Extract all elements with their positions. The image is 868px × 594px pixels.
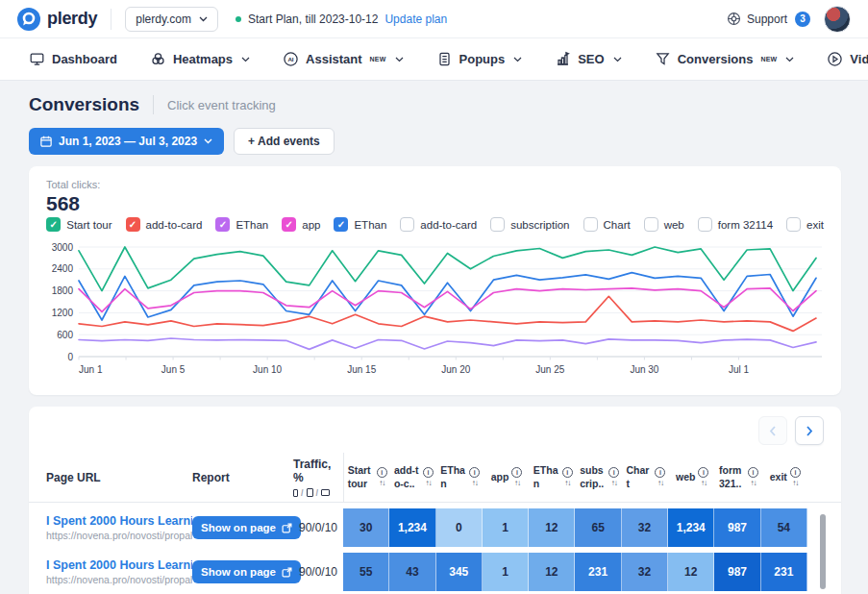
legend-checkbox-unchecked[interactable] — [490, 217, 505, 232]
legend-label: EThan — [236, 219, 268, 231]
calendar-icon — [40, 136, 52, 147]
nav-item-video[interactable]: Video — [827, 51, 868, 67]
legend-item-chart[interactable]: Chart — [583, 217, 631, 232]
event-column-label: Chart — [626, 464, 652, 489]
sort-icon[interactable]: ↑↓ — [792, 479, 798, 487]
legend-item-subscription[interactable]: subscription — [490, 217, 569, 232]
legend-item-ethan[interactable]: ✓EThan — [215, 217, 268, 232]
total-clicks-label: Total clicks: — [46, 179, 824, 190]
pagination-next-button[interactable] — [795, 416, 824, 445]
event-column-header-7[interactable]: webi↑↓ — [669, 453, 715, 502]
event-column-label: subscrip.. — [580, 464, 606, 489]
legend-item-web[interactable]: web — [644, 217, 684, 232]
sort-icon[interactable]: ↑↓ — [657, 479, 663, 487]
event-column-header-4[interactable]: EThani↑↓ — [530, 453, 576, 502]
event-column-label: exit — [770, 471, 787, 483]
add-events-button[interactable]: + Add events — [234, 128, 335, 155]
nav-item-heatmaps[interactable]: Heatmaps — [150, 51, 250, 67]
traffic-value: 90/0/10 — [293, 508, 343, 547]
svg-text:Jun 20: Jun 20 — [441, 364, 470, 375]
legend-checkbox-checked[interactable]: ✓ — [282, 217, 296, 232]
event-count-cell: 345 — [436, 553, 483, 591]
avatar[interactable] — [824, 6, 851, 33]
legend-checkbox-unchecked[interactable] — [400, 217, 414, 232]
event-column-header-2[interactable]: EThani↑↓ — [437, 453, 484, 502]
seo-icon — [555, 51, 571, 67]
table-scrollbar[interactable] — [820, 514, 826, 589]
sort-icon[interactable]: ↑↓ — [425, 479, 431, 487]
show-on-page-button[interactable]: Show on page — [192, 560, 301, 583]
legend-item-app[interactable]: ✓app — [282, 217, 320, 232]
column-header-report: Report — [192, 453, 293, 502]
event-column-header-0[interactable]: Start touri↑↓ — [344, 453, 390, 502]
date-range-label: Jun 1, 2023 — Jul 3, 2023 — [59, 135, 197, 148]
info-icon[interactable]: i — [790, 467, 801, 478]
support-button[interactable]: Support — [727, 12, 787, 26]
event-column-header-9[interactable]: exiti↑↓ — [762, 453, 808, 502]
events-table-card: Page URL Report Traffic, % / / Start tou… — [29, 407, 841, 594]
sort-icon[interactable]: ↑↓ — [514, 479, 520, 487]
info-icon[interactable]: i — [655, 467, 665, 478]
plerdy-logo[interactable]: plerdy — [17, 8, 97, 31]
conversions-icon — [655, 51, 671, 67]
sort-icon[interactable]: ↑↓ — [611, 479, 617, 487]
info-icon[interactable]: i — [469, 467, 480, 478]
legend-item-add-to-card[interactable]: ✓add-to-card — [126, 217, 203, 232]
page-title-link[interactable]: I Spent 2000 Hours Learning How To Lea..… — [46, 558, 192, 572]
info-icon[interactable]: i — [423, 467, 434, 478]
pagination-prev-button[interactable] — [758, 416, 787, 445]
sort-icon[interactable]: ↑↓ — [564, 479, 570, 487]
svg-text:0: 0 — [67, 352, 73, 362]
update-plan-link[interactable]: Update plan — [384, 12, 447, 26]
legend-label: exit — [806, 219, 824, 231]
info-icon[interactable]: i — [748, 467, 758, 478]
event-column-header-6[interactable]: Charti↑↓ — [623, 453, 669, 502]
legend-checkbox-checked[interactable]: ✓ — [46, 217, 61, 232]
legend-checkbox-checked[interactable]: ✓ — [215, 217, 230, 232]
sort-icon[interactable]: ↑↓ — [701, 479, 707, 487]
dashboard-icon — [29, 51, 45, 67]
nav-item-assistant[interactable]: AIAssistantNEW — [283, 51, 403, 67]
info-icon[interactable]: i — [511, 467, 522, 478]
sort-icon[interactable]: ↑↓ — [751, 479, 756, 487]
info-icon[interactable]: i — [698, 467, 708, 478]
legend-item-start-tour[interactable]: ✓Start tour — [46, 217, 112, 232]
legend-checkbox-unchecked[interactable] — [786, 217, 801, 232]
event-column-header-8[interactable]: form 321..i↑↓ — [715, 453, 761, 502]
chevron-down-icon — [613, 57, 622, 62]
nav-item-popups[interactable]: Popups — [436, 51, 523, 67]
event-column-header-1[interactable]: add-to-c..i↑↓ — [390, 453, 436, 502]
domain-select[interactable]: plerdy.com — [125, 7, 218, 32]
legend-checkbox-unchecked[interactable] — [644, 217, 658, 232]
legend-checkbox-checked[interactable]: ✓ — [334, 217, 348, 232]
video-icon — [827, 51, 843, 67]
domain-value: plerdy.com — [136, 12, 191, 26]
event-column-header-5[interactable]: subscrip..i↑↓ — [576, 453, 622, 502]
info-icon[interactable]: i — [377, 467, 387, 478]
event-count-cell: 30 — [343, 508, 389, 547]
event-column-header-3[interactable]: appi↑↓ — [484, 453, 530, 502]
info-icon[interactable]: i — [562, 467, 573, 478]
page-title-link[interactable]: I Spent 2000 Hours Learning How To Lea..… — [46, 514, 192, 528]
legend-item-form-32114[interactable]: form 32114 — [698, 217, 773, 232]
date-range-button[interactable]: Jun 1, 2023 — Jul 3, 2023 — [29, 128, 224, 155]
plan-status: Start Plan, till 2023-10-12 Update plan — [236, 12, 447, 26]
sort-icon[interactable]: ↑↓ — [379, 479, 384, 487]
legend-checkbox-unchecked[interactable] — [583, 217, 598, 232]
svg-text:Jun 15: Jun 15 — [347, 364, 376, 375]
nav-item-conversions[interactable]: ConversionsNEW — [655, 51, 795, 67]
info-icon[interactable]: i — [608, 467, 619, 478]
legend-checkbox-unchecked[interactable] — [698, 217, 712, 232]
legend-checkbox-checked[interactable]: ✓ — [126, 217, 140, 232]
nav-item-dashboard[interactable]: Dashboard — [29, 51, 117, 67]
svg-text:Jun 30: Jun 30 — [630, 364, 658, 375]
event-count-cell: 231 — [575, 553, 621, 591]
event-count-cell: 1 — [483, 553, 529, 591]
support-label: Support — [747, 12, 787, 26]
sort-icon[interactable]: ↑↓ — [472, 479, 478, 487]
legend-item-add-to-card[interactable]: add-to-card — [400, 217, 477, 232]
legend-item-ethan[interactable]: ✓EThan — [334, 217, 386, 232]
show-on-page-button[interactable]: Show on page — [192, 516, 301, 539]
legend-item-exit[interactable]: exit — [786, 217, 824, 232]
nav-item-seo[interactable]: SEO — [555, 51, 621, 67]
